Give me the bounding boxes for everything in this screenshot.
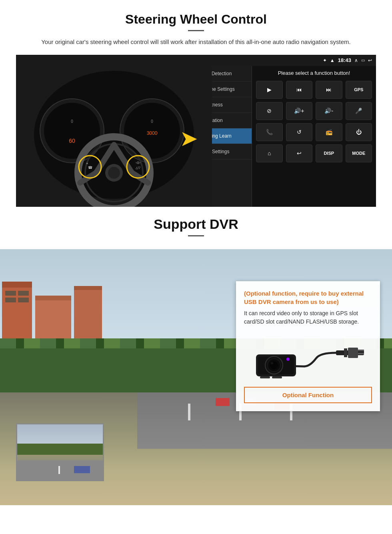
expand-icon: ∧ xyxy=(354,58,358,63)
func-btn-disp[interactable]: DISP xyxy=(316,144,342,162)
yellow-arrow: ➤ xyxy=(180,126,198,151)
section-divider xyxy=(188,30,204,31)
function-prompt: Please select a function button! xyxy=(256,70,372,76)
svg-rect-28 xyxy=(358,353,364,354)
func-btn-radio[interactable]: 📻 xyxy=(316,123,342,141)
thumb-trees xyxy=(17,444,103,455)
window-icon: ▭ xyxy=(361,58,365,62)
time-display: 18:43 xyxy=(338,57,351,63)
svg-text:◁▷: ◁▷ xyxy=(136,161,141,164)
func-btn-mic[interactable]: 🎤 xyxy=(346,102,372,120)
roof-3 xyxy=(74,286,102,290)
svg-text:3000: 3000 xyxy=(147,130,158,136)
thumb-sky xyxy=(17,424,103,447)
window xyxy=(18,298,29,302)
func-btn-mute[interactable]: ⊘ xyxy=(256,102,283,120)
svg-text:0: 0 xyxy=(71,119,73,124)
svg-text:+: + xyxy=(86,162,88,166)
dvr-title-area: Support DVR xyxy=(0,207,392,249)
func-btn-rotate[interactable]: ↺ xyxy=(286,123,313,141)
func-btn-vol-up[interactable]: 🔊+ xyxy=(286,102,313,120)
car-red xyxy=(216,398,230,406)
svg-rect-25 xyxy=(344,348,347,357)
svg-rect-26 xyxy=(348,348,358,358)
steering-section-title: Steering Wheel Control xyxy=(16,12,376,27)
func-btn-home[interactable]: ⌂ xyxy=(256,144,283,162)
svg-point-34 xyxy=(271,362,273,364)
steering-section-subtitle: Your original car's steering wheel contr… xyxy=(16,38,376,47)
android-ui-panel: ⊏ ▪ ✦ ▲ 18:43 ∧ ▭ ↩ GPS Detection Volume… xyxy=(196,55,376,207)
dvr-description: It can record video only to storage in G… xyxy=(244,309,372,326)
wifi-icon: ▲ xyxy=(330,58,335,63)
bluetooth-icon: ✦ xyxy=(323,58,327,63)
android-function-grid: Please select a function button! ▶ ⏮ ⏭ G… xyxy=(252,66,376,207)
dvr-info-card: (Optional function, require to buy exter… xyxy=(236,281,380,411)
svg-point-17 xyxy=(108,167,120,179)
roof-1 xyxy=(2,282,32,288)
roof-2 xyxy=(35,296,71,300)
svg-rect-27 xyxy=(358,350,364,351)
func-btn-mode[interactable]: MODE xyxy=(346,144,372,162)
dvr-thumbnail xyxy=(16,423,104,481)
android-statusbar: ⊏ ▪ ✦ ▲ 18:43 ∧ ▭ ↩ xyxy=(196,55,376,66)
dvr-camera-svg xyxy=(248,334,368,378)
function-buttons-grid: ▶ ⏮ ⏭ GPS ⊘ 🔊+ 🔊- 🎤 📞 ↺ 📻 ⏻ ⌂ ↩ xyxy=(256,81,372,162)
svg-rect-36 xyxy=(260,376,270,378)
windows-1 xyxy=(2,288,32,306)
func-btn-play[interactable]: ▶ xyxy=(256,81,283,99)
dvr-road-scene: (Optional function, require to buy exter… xyxy=(0,249,392,505)
func-btn-next[interactable]: ⏭ xyxy=(316,81,342,99)
svg-text:☎: ☎ xyxy=(88,166,92,170)
func-btn-vol-down[interactable]: 🔊- xyxy=(316,102,342,120)
road-mark-1 xyxy=(188,404,190,420)
window xyxy=(18,291,29,296)
thumb-car xyxy=(74,466,90,473)
dvr-section-title: Support DVR xyxy=(0,216,392,232)
svg-point-35 xyxy=(286,358,290,361)
steering-composite-image: 0 60 0 3000 xyxy=(16,55,376,207)
steering-wheel-photo: 0 60 0 3000 xyxy=(16,55,196,207)
dvr-camera-illustration xyxy=(244,332,372,380)
window xyxy=(5,298,16,302)
func-btn-phone[interactable]: 📞 xyxy=(256,123,283,141)
window xyxy=(5,291,16,296)
optional-function-badge: Optional Function xyxy=(244,387,372,403)
dvr-section: Support DVR xyxy=(0,207,392,505)
thumb-road-line xyxy=(58,466,60,474)
svg-text:0: 0 xyxy=(151,119,153,124)
dvr-divider xyxy=(188,235,204,236)
svg-point-3 xyxy=(44,103,100,159)
android-main-content: GPS Detection Volume Settings Brightness… xyxy=(196,66,376,207)
svg-rect-37 xyxy=(272,376,282,378)
svg-text:60: 60 xyxy=(69,138,75,144)
svg-text:△▽: △▽ xyxy=(136,166,141,170)
func-btn-prev[interactable]: ⏮ xyxy=(286,81,313,99)
func-btn-back[interactable]: ↩ xyxy=(286,144,313,162)
back-icon: ↩ xyxy=(368,58,372,63)
func-btn-power[interactable]: ⏻ xyxy=(346,123,372,141)
steering-wheel-section: Steering Wheel Control Your original car… xyxy=(0,0,392,207)
func-btn-gps[interactable]: GPS xyxy=(346,81,372,99)
dvr-optional-text: (Optional function, require to buy exter… xyxy=(244,289,372,306)
